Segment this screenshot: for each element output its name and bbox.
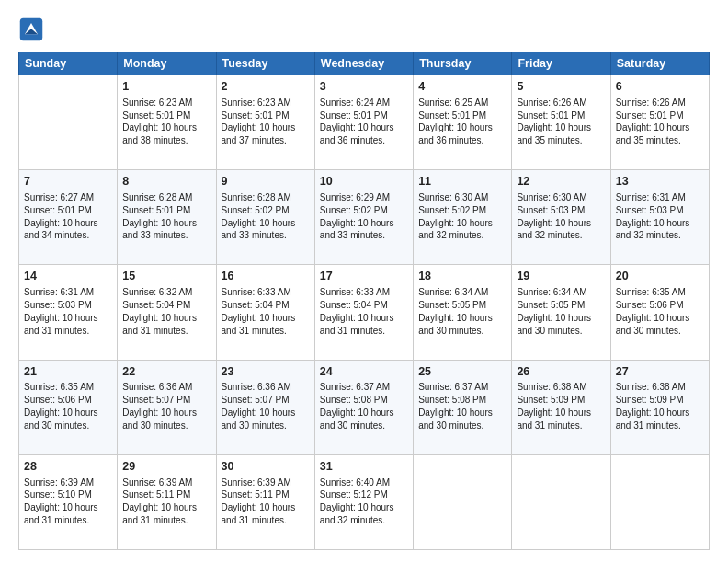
day-details: Sunrise: 6:31 AMSunset: 5:03 PMDaylight:… — [616, 191, 704, 242]
day-number: 22 — [122, 364, 210, 380]
day-number: 5 — [517, 79, 605, 95]
col-header-thursday: Thursday — [414, 52, 512, 75]
day-number: 4 — [418, 79, 506, 95]
day-number: 2 — [222, 79, 310, 95]
calendar-cell: 3Sunrise: 6:24 AMSunset: 5:01 PMDaylight… — [314, 75, 413, 170]
day-details: Sunrise: 6:36 AMSunset: 5:07 PMDaylight:… — [222, 381, 310, 431]
day-details: Sunrise: 6:27 AMSunset: 5:01 PMDaylight:… — [24, 191, 112, 242]
day-number: 21 — [24, 364, 112, 380]
day-number: 16 — [222, 269, 310, 284]
day-number: 3 — [320, 79, 408, 95]
day-number: 9 — [222, 174, 310, 190]
calendar-cell: 14Sunrise: 6:31 AMSunset: 5:03 PMDayligh… — [19, 265, 118, 360]
calendar-cell — [610, 454, 709, 549]
day-number: 17 — [320, 269, 408, 284]
calendar-cell: 30Sunrise: 6:39 AMSunset: 5:11 PMDayligh… — [216, 454, 314, 549]
day-details: Sunrise: 6:23 AMSunset: 5:01 PMDaylight:… — [222, 97, 310, 147]
week-row-1: 1Sunrise: 6:23 AMSunset: 5:01 PMDaylight… — [19, 75, 710, 170]
col-header-saturday: Saturday — [610, 52, 709, 75]
day-details: Sunrise: 6:39 AMSunset: 5:11 PMDaylight:… — [122, 477, 210, 527]
day-number: 11 — [418, 174, 506, 190]
day-number: 7 — [24, 174, 112, 190]
day-number: 30 — [222, 459, 310, 475]
day-number: 6 — [616, 79, 704, 95]
col-header-tuesday: Tuesday — [216, 52, 314, 75]
day-details: Sunrise: 6:26 AMSunset: 5:01 PMDaylight:… — [616, 97, 704, 147]
calendar-cell — [512, 454, 610, 549]
calendar-cell — [19, 75, 118, 170]
header-row: SundayMondayTuesdayWednesdayThursdayFrid… — [19, 52, 710, 75]
day-details: Sunrise: 6:40 AMSunset: 5:12 PMDaylight:… — [320, 477, 408, 527]
page: SundayMondayTuesdayWednesdayThursdayFrid… — [0, 0, 728, 563]
week-row-2: 7Sunrise: 6:27 AMSunset: 5:01 PMDaylight… — [19, 170, 710, 265]
calendar-table: SundayMondayTuesdayWednesdayThursdayFrid… — [18, 52, 710, 550]
day-number: 29 — [122, 459, 210, 475]
calendar-cell: 29Sunrise: 6:39 AMSunset: 5:11 PMDayligh… — [118, 454, 216, 549]
day-details: Sunrise: 6:23 AMSunset: 5:01 PMDaylight:… — [122, 97, 210, 147]
day-number: 1 — [122, 79, 210, 95]
col-header-wednesday: Wednesday — [314, 52, 413, 75]
calendar-cell: 13Sunrise: 6:31 AMSunset: 5:03 PMDayligh… — [610, 170, 709, 265]
calendar-cell: 6Sunrise: 6:26 AMSunset: 5:01 PMDaylight… — [610, 75, 709, 170]
day-details: Sunrise: 6:24 AMSunset: 5:01 PMDaylight:… — [320, 97, 408, 147]
week-row-5: 28Sunrise: 6:39 AMSunset: 5:10 PMDayligh… — [19, 454, 710, 549]
day-number: 25 — [418, 364, 506, 380]
calendar-cell: 2Sunrise: 6:23 AMSunset: 5:01 PMDaylight… — [216, 75, 314, 170]
day-number: 14 — [24, 269, 112, 284]
day-details: Sunrise: 6:30 AMSunset: 5:03 PMDaylight:… — [517, 191, 605, 242]
calendar-cell: 4Sunrise: 6:25 AMSunset: 5:01 PMDaylight… — [414, 75, 512, 170]
day-details: Sunrise: 6:36 AMSunset: 5:07 PMDaylight:… — [122, 381, 210, 431]
logo — [18, 17, 46, 42]
day-number: 31 — [320, 459, 408, 475]
calendar-cell: 12Sunrise: 6:30 AMSunset: 5:03 PMDayligh… — [512, 170, 610, 265]
calendar-cell: 17Sunrise: 6:33 AMSunset: 5:04 PMDayligh… — [314, 265, 413, 360]
calendar-cell: 5Sunrise: 6:26 AMSunset: 5:01 PMDaylight… — [512, 75, 610, 170]
calendar-cell: 20Sunrise: 6:35 AMSunset: 5:06 PMDayligh… — [610, 265, 709, 360]
day-number: 13 — [616, 174, 704, 190]
day-number: 12 — [517, 174, 605, 190]
day-number: 28 — [24, 459, 112, 475]
day-details: Sunrise: 6:37 AMSunset: 5:08 PMDaylight:… — [418, 381, 506, 431]
calendar-cell: 1Sunrise: 6:23 AMSunset: 5:01 PMDaylight… — [118, 75, 216, 170]
day-number: 20 — [616, 269, 704, 284]
calendar-cell: 31Sunrise: 6:40 AMSunset: 5:12 PMDayligh… — [314, 454, 413, 549]
day-number: 27 — [616, 364, 704, 380]
day-details: Sunrise: 6:34 AMSunset: 5:05 PMDaylight:… — [517, 286, 605, 337]
col-header-friday: Friday — [512, 52, 610, 75]
header — [18, 17, 710, 42]
day-details: Sunrise: 6:38 AMSunset: 5:09 PMDaylight:… — [616, 381, 704, 431]
calendar-cell: 28Sunrise: 6:39 AMSunset: 5:10 PMDayligh… — [19, 454, 118, 549]
calendar-cell: 7Sunrise: 6:27 AMSunset: 5:01 PMDaylight… — [19, 170, 118, 265]
day-details: Sunrise: 6:30 AMSunset: 5:02 PMDaylight:… — [418, 191, 506, 242]
calendar-cell: 8Sunrise: 6:28 AMSunset: 5:01 PMDaylight… — [118, 170, 216, 265]
day-details: Sunrise: 6:29 AMSunset: 5:02 PMDaylight:… — [320, 191, 408, 242]
day-details: Sunrise: 6:25 AMSunset: 5:01 PMDaylight:… — [418, 97, 506, 147]
col-header-monday: Monday — [118, 52, 216, 75]
day-number: 26 — [517, 364, 605, 380]
day-number: 19 — [517, 269, 605, 284]
calendar-cell — [414, 454, 512, 549]
day-number: 24 — [320, 364, 408, 380]
calendar-cell: 19Sunrise: 6:34 AMSunset: 5:05 PMDayligh… — [512, 265, 610, 360]
calendar-cell: 22Sunrise: 6:36 AMSunset: 5:07 PMDayligh… — [118, 360, 216, 454]
calendar-cell: 15Sunrise: 6:32 AMSunset: 5:04 PMDayligh… — [118, 265, 216, 360]
day-number: 15 — [122, 269, 210, 284]
day-details: Sunrise: 6:33 AMSunset: 5:04 PMDaylight:… — [222, 286, 310, 337]
day-number: 8 — [122, 174, 210, 190]
calendar-cell: 16Sunrise: 6:33 AMSunset: 5:04 PMDayligh… — [216, 265, 314, 360]
day-details: Sunrise: 6:26 AMSunset: 5:01 PMDaylight:… — [517, 97, 605, 147]
day-number: 10 — [320, 174, 408, 190]
day-details: Sunrise: 6:34 AMSunset: 5:05 PMDaylight:… — [418, 286, 506, 337]
day-details: Sunrise: 6:35 AMSunset: 5:06 PMDaylight:… — [616, 286, 704, 337]
calendar-cell: 21Sunrise: 6:35 AMSunset: 5:06 PMDayligh… — [19, 360, 118, 454]
day-details: Sunrise: 6:28 AMSunset: 5:01 PMDaylight:… — [122, 191, 210, 242]
col-header-sunday: Sunday — [19, 52, 118, 75]
day-number: 18 — [418, 269, 506, 284]
calendar-cell: 27Sunrise: 6:38 AMSunset: 5:09 PMDayligh… — [610, 360, 709, 454]
day-details: Sunrise: 6:35 AMSunset: 5:06 PMDaylight:… — [24, 381, 112, 431]
day-number: 23 — [222, 364, 310, 380]
day-details: Sunrise: 6:38 AMSunset: 5:09 PMDaylight:… — [517, 381, 605, 431]
day-details: Sunrise: 6:32 AMSunset: 5:04 PMDaylight:… — [122, 286, 210, 337]
calendar-cell: 26Sunrise: 6:38 AMSunset: 5:09 PMDayligh… — [512, 360, 610, 454]
day-details: Sunrise: 6:33 AMSunset: 5:04 PMDaylight:… — [320, 286, 408, 337]
